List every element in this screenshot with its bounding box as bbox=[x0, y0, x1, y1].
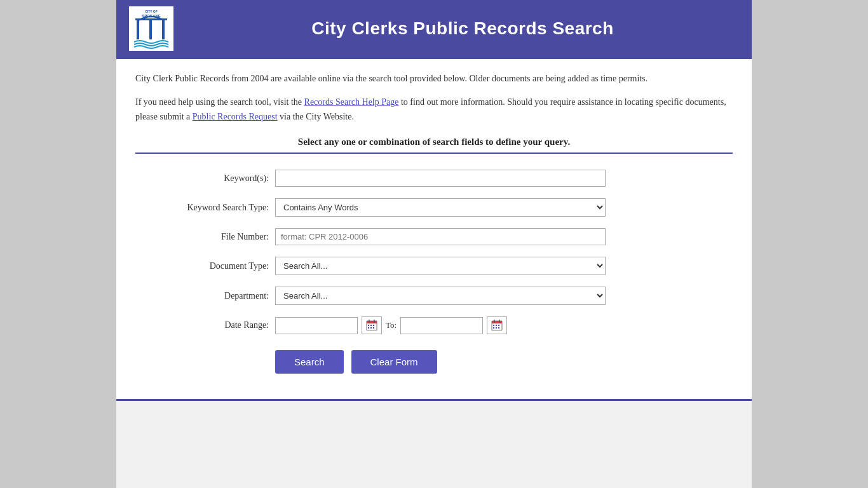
svg-rect-12 bbox=[370, 325, 372, 326]
keywords-label: Keyword(s): bbox=[148, 173, 275, 184]
department-select[interactable]: Search All... City Clerk City Council Fi… bbox=[275, 287, 606, 305]
keywords-row: Keyword(s): bbox=[148, 170, 720, 187]
keywords-control bbox=[275, 170, 606, 187]
document-type-control: Search All... Ordinance Resolution Contr… bbox=[275, 257, 606, 275]
date-range-row: Date Range: bbox=[148, 316, 720, 334]
file-number-label: File Number: bbox=[148, 232, 275, 242]
svg-rect-13 bbox=[373, 325, 374, 326]
department-control: Search All... City Clerk City Council Fi… bbox=[275, 287, 606, 305]
file-number-control bbox=[275, 228, 606, 245]
clear-form-button[interactable]: Clear Form bbox=[351, 350, 437, 374]
public-records-link[interactable]: Public Records Request bbox=[193, 112, 278, 121]
svg-rect-18 bbox=[492, 321, 502, 323]
logo: CITY OF SPOKANE bbox=[129, 6, 173, 51]
file-number-input[interactable] bbox=[275, 228, 606, 245]
document-type-select[interactable]: Search All... Ordinance Resolution Contr… bbox=[275, 257, 606, 275]
date-from-input[interactable] bbox=[275, 317, 358, 334]
date-from-calendar-button[interactable] bbox=[362, 316, 382, 334]
date-range-label: Date Range: bbox=[148, 320, 275, 330]
date-to-input[interactable] bbox=[400, 317, 483, 334]
department-label: Department: bbox=[148, 291, 275, 301]
keyword-search-type-control: Contains Any Words Contains All Words Co… bbox=[275, 198, 606, 217]
svg-rect-16 bbox=[373, 327, 374, 329]
desc-post-link: via the City Website. bbox=[278, 112, 354, 121]
main-content: City Clerk Public Records from 2004 are … bbox=[116, 57, 752, 401]
svg-rect-5 bbox=[149, 20, 152, 39]
svg-rect-23 bbox=[498, 325, 499, 326]
header: CITY OF SPOKANE City Clerks Public R bbox=[116, 0, 752, 57]
keyword-search-type-label: Keyword Search Type: bbox=[148, 203, 275, 213]
description-line1: City Clerk Public Records from 2004 are … bbox=[135, 72, 733, 86]
records-help-link[interactable]: Records Search Help Page bbox=[304, 97, 399, 107]
calendar-icon bbox=[366, 320, 377, 331]
date-range-control: To: bbox=[275, 316, 606, 334]
svg-rect-21 bbox=[493, 325, 494, 326]
date-to-label: To: bbox=[386, 320, 397, 330]
svg-rect-15 bbox=[370, 327, 372, 329]
keyword-search-type-row: Keyword Search Type: Contains Any Words … bbox=[148, 198, 720, 217]
search-form: Keyword(s): Keyword Search Type: Contain… bbox=[135, 163, 733, 380]
file-number-row: File Number: bbox=[148, 228, 720, 245]
description-line2: If you need help using the search tool, … bbox=[135, 95, 733, 124]
page-title: City Clerks Public Records Search bbox=[186, 18, 739, 39]
svg-rect-4 bbox=[137, 20, 139, 39]
svg-rect-8 bbox=[367, 321, 377, 323]
keywords-input[interactable] bbox=[275, 170, 606, 187]
svg-rect-25 bbox=[496, 327, 497, 329]
keyword-search-type-select[interactable]: Contains Any Words Contains All Words Co… bbox=[275, 198, 606, 217]
svg-rect-14 bbox=[368, 327, 369, 329]
button-row: Search Clear Form bbox=[148, 350, 720, 374]
section-title: Select any one or combination of search … bbox=[135, 137, 733, 154]
svg-text:CITY OF: CITY OF bbox=[145, 10, 158, 13]
svg-rect-24 bbox=[493, 327, 494, 329]
search-button[interactable]: Search bbox=[275, 350, 344, 374]
svg-rect-6 bbox=[162, 20, 165, 39]
svg-rect-22 bbox=[496, 325, 497, 326]
date-range-group: To: bbox=[275, 316, 606, 334]
document-type-row: Document Type: Search All... Ordinance R… bbox=[148, 257, 720, 275]
svg-rect-11 bbox=[368, 325, 369, 326]
calendar-icon-2 bbox=[491, 320, 503, 331]
svg-rect-26 bbox=[498, 327, 499, 329]
desc-pre-link1: If you need help using the search tool, … bbox=[135, 97, 304, 107]
document-type-label: Document Type: bbox=[148, 261, 275, 271]
date-to-calendar-button[interactable] bbox=[487, 316, 507, 334]
department-row: Department: Search All... City Clerk Cit… bbox=[148, 287, 720, 305]
